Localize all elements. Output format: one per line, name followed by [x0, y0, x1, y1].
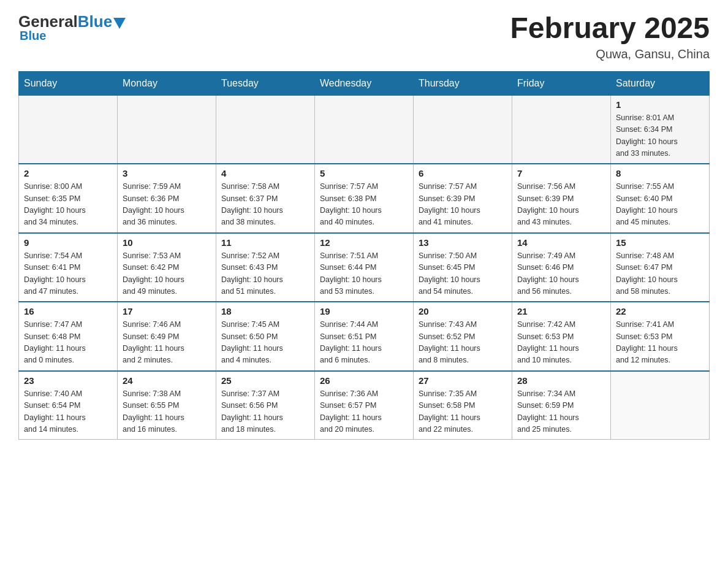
day-number: 10	[123, 237, 211, 248]
month-title: February 2025	[510, 12, 710, 45]
calendar-day-cell	[315, 95, 414, 164]
day-number: 21	[517, 306, 605, 316]
calendar-day-cell	[19, 95, 118, 164]
calendar-day-cell: 9Sunrise: 7:54 AM Sunset: 6:41 PM Daylig…	[19, 233, 118, 302]
calendar-day-cell: 15Sunrise: 7:48 AM Sunset: 6:47 PM Dayli…	[611, 233, 710, 302]
calendar-day-cell: 4Sunrise: 7:58 AM Sunset: 6:37 PM Daylig…	[216, 164, 315, 233]
calendar-day-cell: 16Sunrise: 7:47 AM Sunset: 6:48 PM Dayli…	[19, 302, 118, 371]
page-header: General Blue Blue February 2025 Quwa, Ga…	[18, 12, 710, 61]
day-info: Sunrise: 7:37 AM Sunset: 6:56 PM Dayligh…	[221, 388, 309, 436]
calendar-day-cell: 5Sunrise: 7:57 AM Sunset: 6:38 PM Daylig…	[315, 164, 414, 233]
calendar-day-cell: 21Sunrise: 7:42 AM Sunset: 6:53 PM Dayli…	[512, 302, 611, 371]
calendar-day-cell: 10Sunrise: 7:53 AM Sunset: 6:42 PM Dayli…	[118, 233, 216, 302]
calendar-day-cell: 25Sunrise: 7:37 AM Sunset: 6:56 PM Dayli…	[216, 371, 315, 440]
day-number: 14	[517, 237, 605, 248]
day-info: Sunrise: 7:55 AM Sunset: 6:40 PM Dayligh…	[616, 181, 704, 229]
col-thursday: Thursday	[414, 71, 512, 95]
day-info: Sunrise: 7:42 AM Sunset: 6:53 PM Dayligh…	[517, 319, 605, 367]
calendar-day-cell: 3Sunrise: 7:59 AM Sunset: 6:36 PM Daylig…	[118, 164, 216, 233]
logo: General Blue Blue	[18, 12, 126, 43]
day-number: 3	[123, 168, 211, 178]
calendar-day-cell: 23Sunrise: 7:40 AM Sunset: 6:54 PM Dayli…	[19, 371, 118, 440]
day-number: 26	[320, 375, 408, 386]
day-info: Sunrise: 7:47 AM Sunset: 6:48 PM Dayligh…	[24, 319, 112, 367]
day-info: Sunrise: 7:57 AM Sunset: 6:38 PM Dayligh…	[320, 181, 408, 229]
day-number: 27	[419, 375, 507, 386]
title-block: February 2025 Quwa, Gansu, China	[510, 12, 710, 61]
day-info: Sunrise: 7:50 AM Sunset: 6:45 PM Dayligh…	[419, 250, 507, 298]
day-info: Sunrise: 7:41 AM Sunset: 6:53 PM Dayligh…	[616, 319, 704, 367]
day-info: Sunrise: 7:51 AM Sunset: 6:44 PM Dayligh…	[320, 250, 408, 298]
calendar-day-cell: 27Sunrise: 7:35 AM Sunset: 6:58 PM Dayli…	[414, 371, 512, 440]
day-info: Sunrise: 7:57 AM Sunset: 6:39 PM Dayligh…	[419, 181, 507, 229]
calendar-week-row: 16Sunrise: 7:47 AM Sunset: 6:48 PM Dayli…	[19, 302, 710, 371]
day-number: 11	[221, 237, 309, 248]
calendar-table: Sunday Monday Tuesday Wednesday Thursday…	[18, 71, 710, 440]
day-info: Sunrise: 7:54 AM Sunset: 6:41 PM Dayligh…	[24, 250, 112, 298]
calendar-day-cell: 22Sunrise: 7:41 AM Sunset: 6:53 PM Dayli…	[611, 302, 710, 371]
day-number: 12	[320, 237, 408, 248]
day-number: 22	[616, 306, 704, 316]
calendar-day-cell	[216, 95, 315, 164]
day-number: 9	[24, 237, 112, 248]
day-number: 7	[517, 168, 605, 178]
logo-subtitle: Blue	[20, 29, 46, 43]
day-info: Sunrise: 7:52 AM Sunset: 6:43 PM Dayligh…	[221, 250, 309, 298]
day-number: 20	[419, 306, 507, 316]
day-info: Sunrise: 7:43 AM Sunset: 6:52 PM Dayligh…	[419, 319, 507, 367]
calendar-day-cell: 6Sunrise: 7:57 AM Sunset: 6:39 PM Daylig…	[414, 164, 512, 233]
day-info: Sunrise: 8:01 AM Sunset: 6:34 PM Dayligh…	[616, 112, 704, 160]
day-number: 13	[419, 237, 507, 248]
col-wednesday: Wednesday	[315, 71, 414, 95]
calendar-week-row: 1Sunrise: 8:01 AM Sunset: 6:34 PM Daylig…	[19, 95, 710, 164]
calendar-week-row: 23Sunrise: 7:40 AM Sunset: 6:54 PM Dayli…	[19, 371, 710, 440]
calendar-header-row: Sunday Monday Tuesday Wednesday Thursday…	[19, 71, 710, 95]
day-info: Sunrise: 7:45 AM Sunset: 6:50 PM Dayligh…	[221, 319, 309, 367]
calendar-day-cell: 14Sunrise: 7:49 AM Sunset: 6:46 PM Dayli…	[512, 233, 611, 302]
calendar-day-cell	[118, 95, 216, 164]
day-info: Sunrise: 7:44 AM Sunset: 6:51 PM Dayligh…	[320, 319, 408, 367]
day-number: 1	[616, 99, 704, 110]
day-info: Sunrise: 7:38 AM Sunset: 6:55 PM Dayligh…	[123, 388, 211, 436]
col-monday: Monday	[118, 71, 216, 95]
calendar-day-cell: 8Sunrise: 7:55 AM Sunset: 6:40 PM Daylig…	[611, 164, 710, 233]
col-saturday: Saturday	[611, 71, 710, 95]
day-info: Sunrise: 7:46 AM Sunset: 6:49 PM Dayligh…	[123, 319, 211, 367]
logo-triangle-icon	[113, 18, 126, 29]
calendar-day-cell: 11Sunrise: 7:52 AM Sunset: 6:43 PM Dayli…	[216, 233, 315, 302]
day-info: Sunrise: 7:59 AM Sunset: 6:36 PM Dayligh…	[123, 181, 211, 229]
calendar-day-cell	[512, 95, 611, 164]
day-number: 4	[221, 168, 309, 178]
day-info: Sunrise: 7:48 AM Sunset: 6:47 PM Dayligh…	[616, 250, 704, 298]
day-number: 6	[419, 168, 507, 178]
calendar-day-cell: 2Sunrise: 8:00 AM Sunset: 6:35 PM Daylig…	[19, 164, 118, 233]
calendar-week-row: 2Sunrise: 8:00 AM Sunset: 6:35 PM Daylig…	[19, 164, 710, 233]
calendar-day-cell: 17Sunrise: 7:46 AM Sunset: 6:49 PM Dayli…	[118, 302, 216, 371]
calendar-day-cell: 24Sunrise: 7:38 AM Sunset: 6:55 PM Dayli…	[118, 371, 216, 440]
day-info: Sunrise: 7:49 AM Sunset: 6:46 PM Dayligh…	[517, 250, 605, 298]
day-number: 18	[221, 306, 309, 316]
col-sunday: Sunday	[19, 71, 118, 95]
calendar-day-cell: 28Sunrise: 7:34 AM Sunset: 6:59 PM Dayli…	[512, 371, 611, 440]
day-number: 5	[320, 168, 408, 178]
calendar-day-cell: 12Sunrise: 7:51 AM Sunset: 6:44 PM Dayli…	[315, 233, 414, 302]
day-info: Sunrise: 7:40 AM Sunset: 6:54 PM Dayligh…	[24, 388, 112, 436]
location-text: Quwa, Gansu, China	[510, 47, 710, 61]
calendar-day-cell: 18Sunrise: 7:45 AM Sunset: 6:50 PM Dayli…	[216, 302, 315, 371]
calendar-week-row: 9Sunrise: 7:54 AM Sunset: 6:41 PM Daylig…	[19, 233, 710, 302]
day-number: 25	[221, 375, 309, 386]
col-tuesday: Tuesday	[216, 71, 315, 95]
day-info: Sunrise: 7:36 AM Sunset: 6:57 PM Dayligh…	[320, 388, 408, 436]
logo-blue-text: Blue	[78, 12, 112, 31]
day-number: 2	[24, 168, 112, 178]
day-info: Sunrise: 7:58 AM Sunset: 6:37 PM Dayligh…	[221, 181, 309, 229]
day-number: 15	[616, 237, 704, 248]
calendar-day-cell: 20Sunrise: 7:43 AM Sunset: 6:52 PM Dayli…	[414, 302, 512, 371]
calendar-day-cell: 13Sunrise: 7:50 AM Sunset: 6:45 PM Dayli…	[414, 233, 512, 302]
calendar-day-cell	[414, 95, 512, 164]
day-info: Sunrise: 7:34 AM Sunset: 6:59 PM Dayligh…	[517, 388, 605, 436]
day-number: 17	[123, 306, 211, 316]
day-number: 16	[24, 306, 112, 316]
calendar-day-cell	[611, 371, 710, 440]
calendar-day-cell: 26Sunrise: 7:36 AM Sunset: 6:57 PM Dayli…	[315, 371, 414, 440]
